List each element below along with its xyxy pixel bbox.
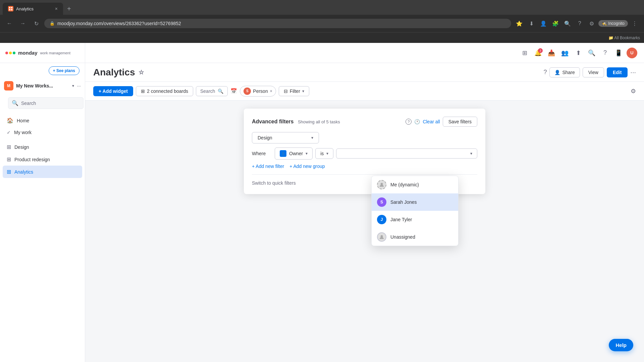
add-widget-button[interactable]: + Add widget: [93, 86, 133, 96]
boards-icon: ⊞: [141, 88, 145, 94]
dropdown-item-jane-label: Jane Tyler: [390, 217, 412, 222]
sidebar: monday work management + See plans M My …: [0, 43, 85, 362]
active-tab[interactable]: Analytics ×: [3, 3, 63, 15]
owner-column-icon: 👤: [280, 150, 286, 157]
inbox-icon[interactable]: 📥: [546, 48, 557, 58]
browser-chrome: Analytics × + ← → ↻ 🔒 moodjoy.monday.com…: [0, 0, 644, 43]
more-options-icon[interactable]: ···: [630, 68, 636, 76]
logo-sub: work management: [40, 51, 71, 55]
owner-select[interactable]: 👤 Owner ▾: [275, 147, 313, 160]
logo-dots: [5, 52, 15, 54]
main-content: ⊞ 🔔 3 📥 👥 ⬆ 🔍 ? 📱 U Analytics ☆ ? 👤: [85, 43, 644, 362]
filter-button[interactable]: ⊟ Filter ▾: [279, 86, 309, 96]
back-button[interactable]: ←: [4, 18, 15, 29]
app-layout: monday work management + See plans M My …: [0, 43, 644, 362]
workspace-more-icon[interactable]: ···: [77, 83, 81, 88]
logo-dot-green: [13, 52, 15, 54]
help-browser-icon[interactable]: ?: [574, 18, 585, 29]
dropdown-item-unassigned-label: Unassigned: [390, 234, 415, 240]
favorite-star-icon[interactable]: ☆: [139, 69, 144, 76]
sidebar-search[interactable]: 🔍: [8, 97, 84, 109]
search-filter[interactable]: Search 🔍: [196, 86, 228, 96]
sidebar-item-design-label: Design: [14, 144, 29, 150]
person-filter[interactable]: S Person ×: [240, 86, 276, 97]
add-new-group-button[interactable]: + Add new group: [289, 164, 325, 169]
svg-rect-0: [9, 7, 10, 8]
showing-tasks-text: Showing all of 5 tasks: [298, 119, 340, 124]
lock-icon: 🔒: [50, 21, 55, 26]
board-icon-design: ⊞: [7, 144, 11, 150]
add-new-filter-button[interactable]: + Add new filter: [252, 164, 284, 169]
user-avatar[interactable]: U: [627, 48, 637, 58]
person-filter-avatar: S: [244, 87, 251, 95]
help-button[interactable]: Help: [609, 339, 633, 351]
workspace-selector[interactable]: M My New Works... ▾ ···: [0, 78, 85, 93]
see-plans-button[interactable]: + See plans: [49, 66, 79, 75]
person-filter-close-icon[interactable]: ×: [270, 89, 272, 94]
switch-to-quick-filters-button[interactable]: Switch to quick filters: [252, 180, 296, 186]
page-title: Analytics ☆: [93, 67, 144, 78]
refresh-button[interactable]: ↻: [31, 18, 42, 29]
clear-all-button[interactable]: Clear all: [423, 119, 440, 124]
settings-browser-icon[interactable]: ⚙: [586, 18, 597, 29]
person-filter-label: Person: [253, 88, 268, 94]
sidebar-item-product-redesign[interactable]: ⊞ Product redesign: [3, 153, 82, 166]
owner-select-caret-icon: ▾: [306, 151, 308, 156]
connected-boards-label: 2 connected boards: [147, 88, 188, 94]
view-button[interactable]: View: [583, 67, 604, 77]
tab-close-button[interactable]: ×: [55, 6, 58, 11]
people-icon[interactable]: 👥: [559, 48, 570, 58]
extensions-icon[interactable]: ⭐: [514, 18, 525, 29]
history-icon[interactable]: 🕐: [414, 119, 420, 124]
home-icon: 🏠: [7, 117, 13, 124]
edit-button[interactable]: Edit: [607, 67, 628, 77]
board-select[interactable]: Design ▾: [252, 132, 319, 143]
search-global-icon[interactable]: 🔍: [586, 48, 597, 58]
header-help-icon[interactable]: ?: [543, 69, 547, 76]
tab-favicon: [8, 6, 13, 11]
dropdown-item-jane[interactable]: J Jane Tyler: [372, 211, 458, 228]
sidebar-item-analytics[interactable]: ⊞ Analytics: [3, 166, 82, 178]
sidebar-item-home[interactable]: 🏠 Home: [3, 114, 82, 127]
dropdown-item-sarah[interactable]: S Sarah Jones: [372, 193, 458, 211]
apps-grid-icon[interactable]: ⊞: [519, 48, 530, 58]
search-input[interactable]: [21, 101, 80, 106]
search-row: 🔍 +: [0, 93, 85, 113]
svg-rect-1: [11, 7, 12, 8]
download-icon[interactable]: ⬇: [526, 18, 537, 29]
new-tab-button[interactable]: +: [64, 4, 74, 14]
sidebar-item-analytics-label: Analytics: [14, 169, 33, 175]
share-label: Share: [562, 70, 575, 75]
forward-button[interactable]: →: [17, 18, 28, 29]
more-options-icon[interactable]: ⋮: [629, 18, 640, 29]
mobile-icon[interactable]: 📱: [613, 48, 624, 58]
is-select[interactable]: is ▾: [315, 148, 333, 159]
value-select[interactable]: ▾: [336, 148, 477, 159]
settings-icon[interactable]: ⚙: [631, 87, 636, 95]
save-filters-button[interactable]: Save filters: [443, 117, 477, 127]
filter-help-icon[interactable]: ?: [406, 119, 412, 125]
toolbar: + Add widget ⊞ 2 connected boards Search…: [85, 82, 644, 101]
extension-puzzle-icon[interactable]: 🧩: [550, 18, 561, 29]
connected-boards-button[interactable]: ⊞ 2 connected boards: [136, 86, 193, 96]
dropdown-item-unassigned[interactable]: Unassigned: [372, 228, 458, 246]
me-avatar: [377, 180, 386, 189]
profile-icon[interactable]: 👤: [538, 18, 549, 29]
is-select-caret-icon: ▾: [326, 151, 328, 156]
search-browser-icon[interactable]: 🔍: [562, 18, 573, 29]
filter-panel-title-group: Advanced filters Showing all of 5 tasks: [252, 119, 340, 125]
filter-chevron-icon: ▾: [302, 89, 304, 94]
page-header: Analytics ☆ ? 👤 Share View Edit ···: [85, 63, 644, 82]
calendar-icon[interactable]: 📅: [230, 88, 237, 94]
share-button[interactable]: 👤 Share: [549, 67, 580, 77]
dropdown-item-me[interactable]: Me (dynamic): [372, 176, 458, 193]
help-top-icon[interactable]: ?: [600, 48, 610, 58]
filter-panel: Advanced filters Showing all of 5 tasks …: [244, 109, 485, 194]
upgrade-icon[interactable]: ⬆: [573, 48, 584, 58]
sidebar-item-home-label: Home: [17, 118, 29, 123]
address-bar[interactable]: 🔒 moodjoy.monday.com/overviews/263362?us…: [44, 19, 511, 28]
header-actions: ? 👤 Share View Edit ···: [543, 67, 636, 77]
sidebar-item-my-work[interactable]: ✓ My work: [3, 127, 82, 138]
sidebar-item-design[interactable]: ⊞ Design: [3, 141, 82, 153]
checkmark-icon: ✓: [7, 130, 11, 135]
